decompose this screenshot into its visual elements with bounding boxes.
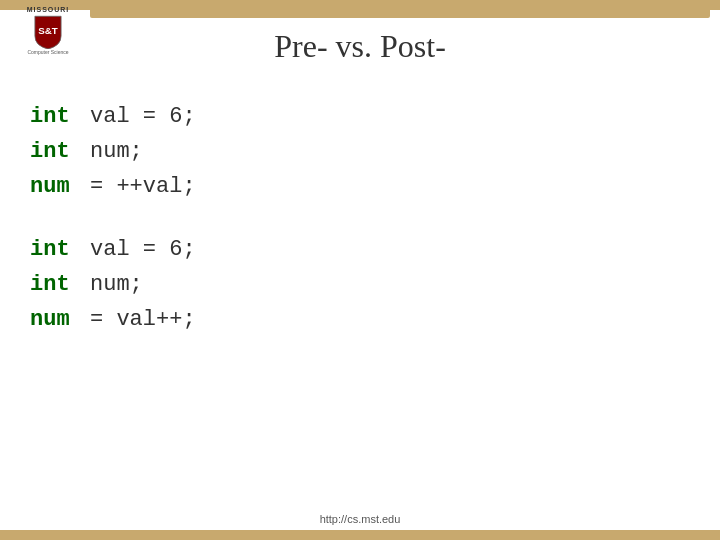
code-block-post: int val = 6; int num; num = val++; [30, 233, 196, 336]
code-line-4: int val = 6; [30, 233, 196, 266]
code-num-decl-2: num; [90, 268, 143, 301]
keyword-num-2: num [30, 303, 80, 336]
keyword-int-4: int [30, 268, 80, 301]
keyword-int-3: int [30, 233, 80, 266]
code-val-assign: val = 6; [90, 100, 196, 133]
code-line-3: num = ++val; [30, 170, 196, 203]
keyword-int-1: int [30, 100, 80, 133]
slide-title: Pre- vs. Post- [0, 28, 720, 65]
code-area: int val = 6; int num; num = ++val; int v… [30, 100, 196, 338]
top-accent-bar [0, 0, 720, 10]
code-val-assign-2: val = 6; [90, 233, 196, 266]
bottom-accent-bar [0, 530, 720, 540]
code-line-6: num = val++; [30, 303, 196, 336]
code-post-increment: = val++; [90, 303, 196, 336]
header-accent-bar [90, 10, 710, 18]
footer-url: http://cs.mst.edu [0, 513, 720, 525]
code-line-2: int num; [30, 135, 196, 168]
logo-missouri-text: MISSOURI [27, 6, 70, 13]
code-pre-increment: = ++val; [90, 170, 196, 203]
code-line-1: int val = 6; [30, 100, 196, 133]
keyword-num-1: num [30, 170, 80, 203]
code-block-pre: int val = 6; int num; num = ++val; [30, 100, 196, 203]
code-line-5: int num; [30, 268, 196, 301]
code-num-decl: num; [90, 135, 143, 168]
keyword-int-2: int [30, 135, 80, 168]
